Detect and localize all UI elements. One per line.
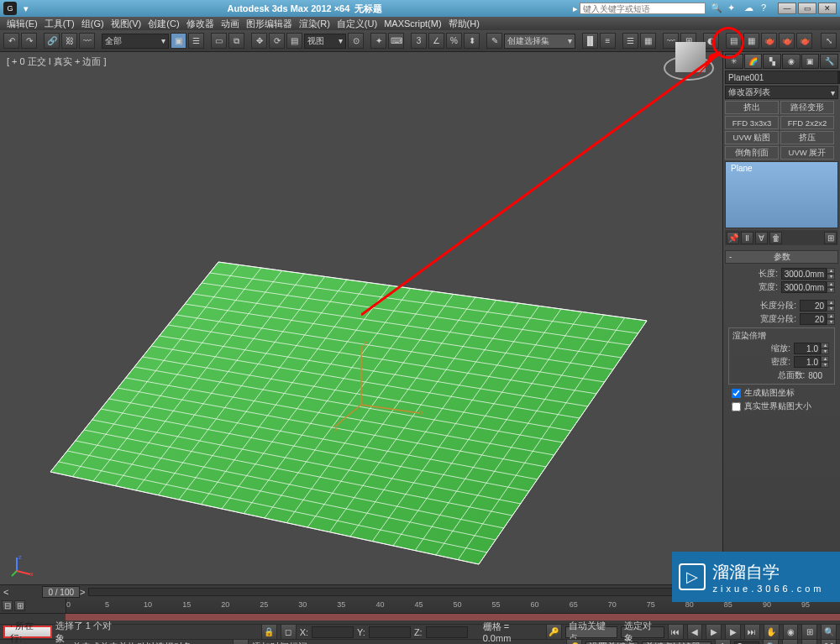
key-filter-button[interactable]: 关键点过滤器...	[642, 641, 711, 645]
set-key-button[interactable]: 设置关键点	[585, 641, 638, 645]
menu-views[interactable]: 视图(V)	[109, 18, 144, 30]
play-button[interactable]: ▶	[706, 624, 722, 640]
window-crossing-button[interactable]: ⧉	[228, 33, 244, 49]
nav-zoom-button[interactable]: 🔍	[763, 639, 779, 644]
undo-button[interactable]: ↶	[3, 33, 19, 49]
maximize-button[interactable]: ▭	[798, 3, 816, 14]
menu-group[interactable]: 组(G)	[80, 18, 106, 30]
time-slider[interactable]: 0 / 100	[42, 586, 80, 598]
slider-prev-icon[interactable]: <	[3, 587, 8, 597]
time-tag-button[interactable]: 🏷	[233, 639, 249, 644]
script-line-button[interactable]: · 所在行:	[3, 626, 52, 638]
btn-ffd2[interactable]: FFD 2x2x2	[780, 116, 834, 129]
menu-animation[interactable]: 动画	[219, 18, 241, 30]
help-search-input[interactable]	[580, 3, 706, 14]
length-input[interactable]	[781, 268, 827, 280]
tab-motion[interactable]: ◉	[782, 54, 801, 69]
spin-down[interactable]: ▾	[827, 287, 835, 293]
edit-named-sel-button[interactable]: ✎	[486, 33, 502, 49]
close-button[interactable]: ✕	[818, 3, 837, 14]
btn-path-deform[interactable]: 路径变形	[780, 101, 834, 114]
timeline-icon-2[interactable]: ⊞	[14, 600, 25, 611]
auto-key-button[interactable]: 自动关键点	[565, 626, 617, 638]
key-mode-button[interactable]: 🔑	[546, 624, 562, 640]
favorites-icon[interactable]: ✦	[727, 3, 739, 14]
render-button[interactable]: 🫖	[761, 33, 777, 49]
timeline-icon-1[interactable]: ⊟	[2, 600, 13, 611]
tab-hierarchy[interactable]: ▚	[763, 54, 781, 69]
menu-help[interactable]: 帮助(H)	[447, 18, 481, 30]
viewport-label[interactable]: [ + 0 正交 I 真实 + 边面 ]	[7, 55, 107, 68]
spin-up[interactable]: ▴	[827, 300, 835, 306]
spin-up[interactable]: ▴	[827, 313, 835, 319]
percent-snap-button[interactable]: %	[446, 33, 462, 49]
wseg-input[interactable]	[800, 313, 827, 325]
modifier-stack-item[interactable]: Plane	[726, 162, 837, 175]
layer-manager-button[interactable]: ☰	[622, 33, 638, 49]
nav-zoomext-button[interactable]: ⊞	[801, 639, 817, 644]
nav-zoomall-button[interactable]: ⊡	[782, 639, 798, 644]
spin-down[interactable]: ▾	[827, 274, 835, 280]
binoculars-icon[interactable]: 🔍	[711, 3, 722, 14]
goto-end-button[interactable]: ⏭	[744, 624, 760, 640]
select-object-button[interactable]: ▣	[171, 33, 186, 49]
make-unique-button[interactable]: ∀	[755, 232, 768, 244]
track-bar[interactable]	[66, 614, 840, 620]
params-rollup-header[interactable]: -参数	[725, 250, 838, 264]
add-time-tag-label[interactable]: 添加时间标记	[252, 641, 307, 644]
redo-button[interactable]: ↷	[21, 33, 37, 49]
y-coord-input[interactable]	[369, 626, 411, 638]
viewport[interactable]: [ + 0 正交 I 真实 + 边面 ]	[0, 52, 722, 584]
ref-coord-dropdown[interactable]: 视图▾	[304, 34, 346, 49]
time-config-button[interactable]: ⏱	[715, 639, 731, 644]
remove-modifier-button[interactable]: 🗑	[769, 232, 782, 244]
next-frame-button[interactable]: ▶	[725, 624, 741, 640]
nav-dolly-button[interactable]: ⊞	[801, 624, 817, 640]
spin-up[interactable]: ▴	[821, 343, 829, 348]
nav-pan-button[interactable]: ✋	[764, 624, 780, 640]
keyboard-shortcut-button[interactable]: ⌨	[388, 33, 404, 49]
pivot-center-button[interactable]: ⊙	[348, 33, 364, 49]
z-coord-input[interactable]	[426, 626, 468, 638]
gen-map-coords-checkbox[interactable]	[732, 389, 741, 398]
btn-squeeze[interactable]: 挤压	[780, 131, 834, 144]
x-coord-input[interactable]	[312, 626, 354, 638]
spin-up[interactable]: ▴	[827, 281, 835, 287]
select-by-name-button[interactable]: ☰	[188, 33, 204, 49]
btn-uvw-map[interactable]: UVW 贴图	[725, 131, 779, 144]
configure-modifier-button[interactable]: ⊞	[824, 232, 837, 244]
tab-create[interactable]: ✳	[725, 54, 743, 69]
graphite-button[interactable]: ▦	[640, 33, 656, 49]
pin-stack-button[interactable]: 📌	[727, 232, 739, 244]
selection-filter-dropdown[interactable]: 全部▾	[102, 34, 169, 49]
menu-edit[interactable]: 编辑(E)	[5, 18, 39, 30]
spin-up[interactable]: ▴	[821, 356, 829, 362]
render-production-button[interactable]: 🫖	[779, 33, 795, 49]
menu-create[interactable]: 创建(C)	[146, 18, 181, 30]
real-world-checkbox[interactable]	[732, 402, 741, 411]
object-name-input[interactable]	[725, 71, 838, 84]
nav-maximize-button[interactable]: ⛶	[821, 639, 837, 644]
prev-frame-button[interactable]: ◀	[687, 624, 703, 640]
toolbar-end-button[interactable]: ⤡	[821, 33, 837, 49]
btn-uvw-unwrap[interactable]: UVW 展开	[780, 146, 834, 160]
spin-down[interactable]: ▾	[827, 319, 835, 325]
btn-extrude[interactable]: 挤出	[725, 101, 779, 114]
spin-up[interactable]: ▴	[827, 268, 835, 274]
isolate-button[interactable]: ◻	[281, 624, 297, 640]
nav-fov-button[interactable]: 🔍	[821, 624, 837, 640]
viewcube[interactable]	[664, 55, 714, 81]
rotate-button[interactable]: ⟳	[269, 33, 285, 49]
menu-maxscript[interactable]: MAXScript(M)	[382, 18, 443, 29]
tab-modify[interactable]: 🌈	[744, 54, 763, 69]
goto-start-button[interactable]: ⏮	[668, 624, 684, 640]
tab-utilities[interactable]: 🔧	[820, 54, 838, 69]
lock-selection-button[interactable]: 🔒	[261, 624, 277, 640]
scale-button[interactable]: ▤	[286, 33, 302, 49]
current-frame-input[interactable]	[734, 641, 759, 645]
align-button[interactable]: ≡	[600, 33, 616, 49]
spinner-snap-button[interactable]: ⬍	[464, 33, 480, 49]
width-input[interactable]	[781, 281, 827, 293]
rendered-frame-button[interactable]: ▦	[743, 33, 759, 49]
modifier-stack[interactable]: Plane	[725, 161, 838, 228]
